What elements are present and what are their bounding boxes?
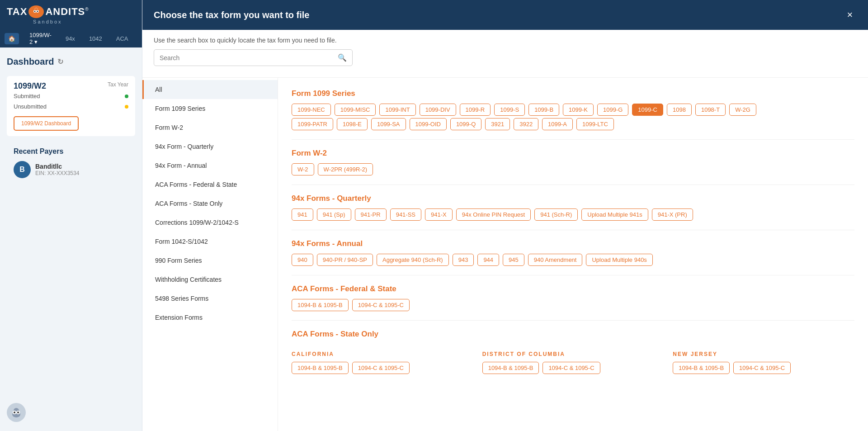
chip-941-sp[interactable]: 941 (Sp) <box>317 208 351 221</box>
section-aca-federal-title: ACA Forms - Federal & State <box>292 284 854 294</box>
chip-1099-k[interactable]: 1099-K <box>563 104 594 116</box>
chip-dc-1094b-1095b[interactable]: 1094-B & 1095-B <box>482 362 539 374</box>
chip-940-pr-sp[interactable]: 940-PR / 940-SP <box>317 254 373 266</box>
section-94xa-title: 94x Forms - Annual <box>292 239 854 248</box>
modal-subtitle-text: Use the search box to quickly locate the… <box>154 37 857 44</box>
chip-nj-1094b-1095b[interactable]: 1094-B & 1095-B <box>673 362 730 374</box>
cat-withholding[interactable]: Withholding Certificates <box>142 270 278 289</box>
divider-4 <box>292 275 854 275</box>
cat-extension[interactable]: Extension Forms <box>142 308 278 327</box>
chip-1098-e[interactable]: 1098-E <box>337 118 368 130</box>
modal-subtitle: Use the search box to quickly locate the… <box>142 30 868 78</box>
cat-990[interactable]: 990 Form Series <box>142 251 278 270</box>
chip-1099-q[interactable]: 1099-Q <box>450 118 481 130</box>
nav-aca[interactable]: ACA <box>113 33 132 44</box>
nav-94x[interactable]: 94x <box>62 33 79 44</box>
chip-1099-c[interactable]: 1099-C <box>632 104 663 116</box>
dashboard-button[interactable]: 1099/W2 Dashboard <box>14 116 79 131</box>
chip-1099-oid[interactable]: 1099-OID <box>410 118 447 130</box>
user-area <box>7 403 26 422</box>
cat-1042s[interactable]: Form 1042-S/1042 <box>142 232 278 251</box>
cat-w2[interactable]: Form W-2 <box>142 118 278 137</box>
chip-1099-sa[interactable]: 1099-SA <box>371 118 406 130</box>
chip-1099-a[interactable]: 1099-A <box>542 118 573 130</box>
chip-1099-b[interactable]: 1099-B <box>528 104 559 116</box>
cat-94x-quarterly[interactable]: 94x Form - Quarterly <box>142 137 278 156</box>
chip-1098-t[interactable]: 1098-T <box>695 104 726 116</box>
chip-1099-nec[interactable]: 1099-NEC <box>292 104 331 116</box>
chip-94x-pin[interactable]: 94x Online PIN Request <box>456 208 531 221</box>
payer-ein: EIN: XX-XXX3534 <box>35 170 79 176</box>
chips-dc: 1094-B & 1095-B 1094-C & 1095-C <box>482 362 664 374</box>
cat-all[interactable]: All <box>142 80 278 99</box>
chips-1099-row2: 1099-PATR 1098-E 1099-SA 1099-OID 1099-Q… <box>292 118 854 130</box>
user-avatar[interactable] <box>7 403 26 422</box>
cat-94x-annual[interactable]: 94x Form - Annual <box>142 156 278 175</box>
nav-home[interactable]: 🏠 <box>5 33 19 44</box>
chip-1099-int[interactable]: 1099-INT <box>379 104 415 116</box>
state-california-label: CALIFORNIA <box>292 351 473 357</box>
chip-3921[interactable]: 3921 <box>485 118 510 130</box>
chip-w2pr[interactable]: W-2PR (499R-2) <box>318 163 373 175</box>
dashboard-area: Dashboard ↻ 1099/W2 Tax Year Submitted U… <box>0 47 142 192</box>
chip-945[interactable]: 945 <box>503 254 524 266</box>
chip-w2g[interactable]: W-2G <box>729 104 756 116</box>
tax-year-label: Tax Year <box>108 81 128 88</box>
left-panel-inner: All Form 1099 Series Form W-2 94x Form -… <box>142 78 278 329</box>
chip-1099-r[interactable]: 1099-R <box>460 104 491 116</box>
chip-ca-1094b-1095b[interactable]: 1094-B & 1095-B <box>292 362 349 374</box>
right-panel: Form 1099 Series 1099-NEC 1099-MISC 1099… <box>278 78 868 431</box>
cat-corrections[interactable]: Corrections 1099/W-2/1042-S <box>142 213 278 232</box>
nav-1099w2[interactable]: 1099/W-2 ▾ <box>26 29 55 47</box>
chips-aca-federal: 1094-B & 1095-B 1094-C & 1095-C <box>292 299 854 311</box>
chip-941-pr[interactable]: 941-PR <box>355 208 387 221</box>
cat-1099[interactable]: Form 1099 Series <box>142 99 278 118</box>
chip-3922[interactable]: 3922 <box>514 118 538 130</box>
divider-1 <box>292 139 854 140</box>
payer-item[interactable]: B Banditllc EIN: XX-XXX3534 <box>14 161 128 178</box>
divider-2 <box>292 185 854 185</box>
chip-944[interactable]: 944 <box>477 254 499 266</box>
chip-1099-div[interactable]: 1099-DIV <box>420 104 456 116</box>
chip-941-x[interactable]: 941-X <box>425 208 453 221</box>
cat-5498[interactable]: 5498 Series Forms <box>142 289 278 308</box>
chip-941-x-pr[interactable]: 941-X (PR) <box>652 208 693 221</box>
chip-upload-940s[interactable]: Upload Multiple 940s <box>586 254 652 266</box>
chip-940-amendment[interactable]: 940 Amendment <box>528 254 583 266</box>
chip-1099-misc[interactable]: 1099-MISC <box>335 104 376 116</box>
chip-ca-1094c-1095c[interactable]: 1094-C & 1095-C <box>352 362 410 374</box>
refresh-icon[interactable]: ↻ <box>57 57 63 66</box>
unsubmitted-dot <box>125 105 128 109</box>
chip-1099-s[interactable]: 1099-S <box>494 104 525 116</box>
close-button[interactable]: × <box>843 8 857 22</box>
chip-943[interactable]: 943 <box>453 254 474 266</box>
chip-941-schr[interactable]: 941 (Sch-R) <box>534 208 578 221</box>
state-nj-label: NEW JERSEY <box>673 351 854 357</box>
search-input[interactable] <box>160 54 334 62</box>
chip-1098[interactable]: 1098 <box>667 104 692 116</box>
chips-nj: 1094-B & 1095-B 1094-C & 1095-C <box>673 362 854 374</box>
nav-1042[interactable]: 1042 <box>85 33 106 44</box>
section-w2-title: Form W-2 <box>292 149 854 158</box>
chip-1099-patr[interactable]: 1099-PATR <box>292 118 333 130</box>
state-dc-label: DISTRICT OF COLUMBIA <box>482 351 664 357</box>
chip-941-ss[interactable]: 941-SS <box>390 208 421 221</box>
chip-940[interactable]: 940 <box>292 254 313 266</box>
chip-agg-940[interactable]: Aggregate 940 (Sch-R) <box>377 254 449 266</box>
chip-dc-1094c-1095c[interactable]: 1094-C & 1095-C <box>542 362 600 374</box>
chip-941[interactable]: 941 <box>292 208 313 221</box>
logo-sandbox: Sandbox <box>33 19 62 24</box>
chip-w2[interactable]: W-2 <box>292 163 314 175</box>
state-california: CALIFORNIA 1094-B & 1095-B 1094-C & 1095… <box>292 344 473 376</box>
chip-upload-941s[interactable]: Upload Multiple 941s <box>581 208 648 221</box>
chip-1099-g[interactable]: 1099-G <box>597 104 628 116</box>
chip-1099-ltc[interactable]: 1099-LTC <box>576 118 614 130</box>
chip-1094b-1095b[interactable]: 1094-B & 1095-B <box>292 299 349 311</box>
cat-aca-federal[interactable]: ACA Forms - Federal & State <box>142 175 278 194</box>
svg-point-11 <box>17 412 19 413</box>
logo-area: TAX ANDITS ® Sandbox <box>7 5 89 24</box>
dashboard-title: Dashboard ↻ <box>7 57 135 67</box>
chip-1094c-1095c[interactable]: 1094-C & 1095-C <box>352 299 410 311</box>
cat-aca-state[interactable]: ACA Forms - State Only <box>142 194 278 213</box>
chip-nj-1094c-1095c[interactable]: 1094-C & 1095-C <box>733 362 791 374</box>
